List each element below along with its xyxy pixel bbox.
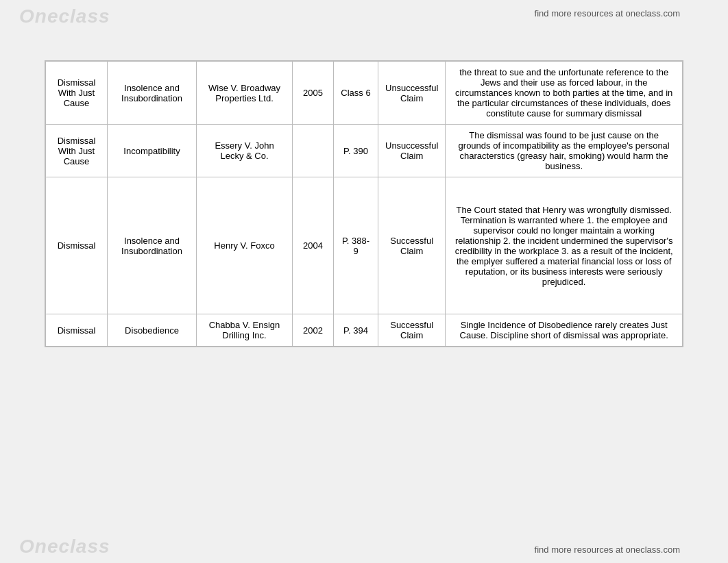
table-cell: Single Incidence of Disobedience rarely … (446, 314, 683, 347)
table-cell: Insolence and Insubordination (108, 177, 197, 314)
find-more-bottom: find more resources at oneclass.com (535, 545, 680, 555)
table-cell: Dismissal (46, 314, 108, 347)
main-table-container: Dismissal With Just CauseInsolence and I… (45, 60, 683, 347)
table-cell: 2005 (293, 62, 334, 125)
find-more-top: find more resources at oneclass.com (535, 8, 680, 18)
watermark-top: Oneclass (19, 5, 110, 27)
table-cell: The dismissal was found to be just cause… (446, 125, 683, 177)
table-cell: Dismissal (46, 177, 108, 314)
table-cell (293, 125, 334, 177)
case-table: Dismissal With Just CauseInsolence and I… (45, 61, 683, 347)
table-cell: Wise V. Broadway Properties Ltd. (197, 62, 293, 125)
table-cell: Successful Claim (378, 314, 446, 347)
table-cell: Dismissal With Just Cause (46, 125, 108, 177)
table-cell: P. 390 (334, 125, 378, 177)
table-cell: Henry V. Foxco (197, 177, 293, 314)
table-cell: Dismissal With Just Cause (46, 62, 108, 125)
watermark-bottom: Oneclass (19, 536, 110, 558)
table-cell: Successful Claim (378, 177, 446, 314)
table-cell: P. 388-9 (334, 177, 378, 314)
table-cell: 2004 (293, 177, 334, 314)
table-cell: Unsuccessful Claim (378, 62, 446, 125)
table-cell: Insolence and Insubordination (108, 62, 197, 125)
table-cell: the threat to sue and the unfortunate re… (446, 62, 683, 125)
table-cell: Essery V. John Lecky & Co. (197, 125, 293, 177)
table-cell: P. 394 (334, 314, 378, 347)
table-cell: Unsuccessful Claim (378, 125, 446, 177)
table-cell: Incompatibility (108, 125, 197, 177)
table-cell: The Court stated that Henry was wrongful… (446, 177, 683, 314)
table-cell: Disobedience (108, 314, 197, 347)
table-cell: Class 6 (334, 62, 378, 125)
table-cell: Chabba V. Ensign Drilling Inc. (197, 314, 293, 347)
table-cell: 2002 (293, 314, 334, 347)
